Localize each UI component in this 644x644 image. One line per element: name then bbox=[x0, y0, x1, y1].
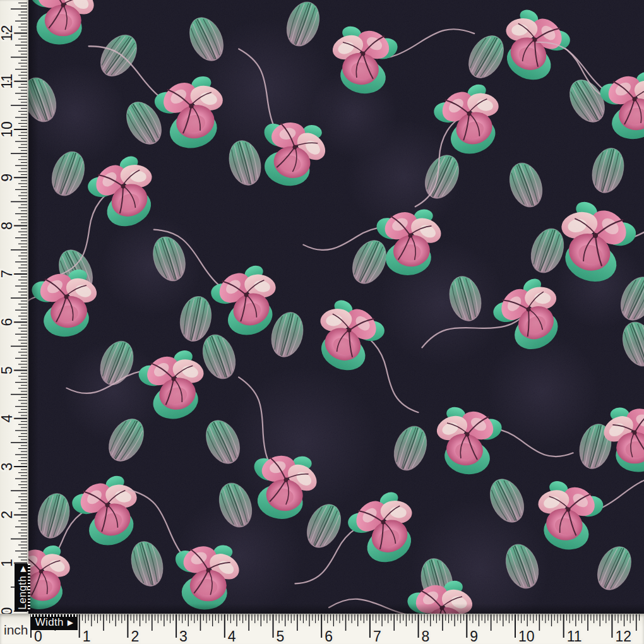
svg-text:7: 7 bbox=[0, 270, 15, 278]
svg-text:9: 9 bbox=[0, 174, 15, 182]
svg-text:7: 7 bbox=[373, 628, 381, 644]
ruler-left-length: 0123456789101112 bbox=[0, 0, 28, 614]
fabric-product-photo: 0123456789101112 0123456789101112 Length… bbox=[0, 0, 644, 644]
svg-text:3: 3 bbox=[179, 628, 188, 644]
svg-text:3: 3 bbox=[0, 463, 15, 471]
svg-text:0: 0 bbox=[34, 628, 42, 644]
svg-text:1: 1 bbox=[0, 559, 15, 567]
svg-text:10: 10 bbox=[518, 628, 535, 644]
svg-text:6: 6 bbox=[0, 318, 15, 326]
svg-text:4: 4 bbox=[0, 414, 15, 422]
svg-text:1: 1 bbox=[83, 628, 91, 644]
unit-label-inch: inch bbox=[4, 623, 28, 638]
svg-text:8: 8 bbox=[0, 222, 15, 230]
svg-text:11: 11 bbox=[567, 628, 582, 644]
svg-text:6: 6 bbox=[325, 628, 333, 644]
svg-text:2: 2 bbox=[0, 511, 15, 519]
right-arrow-icon: ▶ bbox=[68, 618, 74, 627]
width-label-text: Width bbox=[35, 616, 64, 629]
svg-text:12: 12 bbox=[0, 25, 15, 42]
up-arrow-icon: ▶ bbox=[18, 566, 27, 572]
svg-text:10: 10 bbox=[0, 121, 15, 138]
svg-text:5: 5 bbox=[277, 628, 285, 644]
svg-text:11: 11 bbox=[0, 74, 15, 89]
svg-text:12: 12 bbox=[615, 628, 631, 644]
width-label-tab: Width ▶ bbox=[31, 614, 78, 630]
fabric-swatch bbox=[0, 0, 644, 644]
ruler-bottom-width: 0123456789101112 bbox=[0, 614, 644, 644]
length-label-tab: Length ▶ bbox=[15, 564, 30, 611]
svg-text:0: 0 bbox=[0, 607, 15, 614]
svg-text:2: 2 bbox=[131, 628, 139, 644]
svg-text:9: 9 bbox=[470, 628, 478, 644]
svg-text:8: 8 bbox=[422, 628, 430, 644]
svg-text:4: 4 bbox=[228, 628, 236, 644]
svg-text:5: 5 bbox=[0, 366, 15, 374]
length-label-text: Length bbox=[16, 575, 29, 609]
